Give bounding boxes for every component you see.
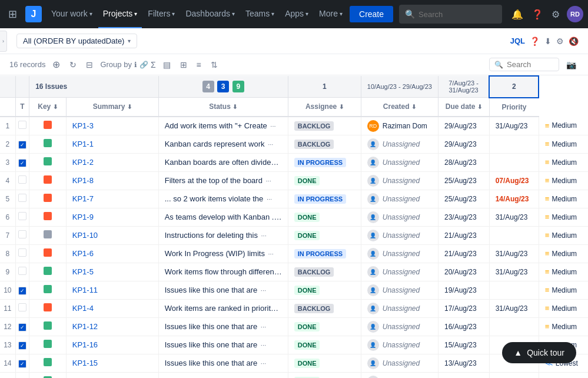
row-duedate-cell[interactable] [489,372,539,378]
row-duedate-cell[interactable]: 31/Aug/23 [489,299,539,317]
row-status-cell[interactable]: DONE [288,317,361,336]
help-button[interactable]: ❓ [528,5,547,24]
issue-key-link[interactable]: KP1-8 [72,176,94,185]
nav-your-work[interactable]: Your work ▾ [46,0,97,28]
row-priority-cell[interactable]: ≡ Medium [539,153,588,171]
avatar[interactable]: RD [567,6,583,22]
row-priority-cell[interactable]: ≡ Medium [539,190,588,208]
more-icon[interactable]: ··· [268,141,273,148]
row-assignee-cell[interactable]: 👤 Unassigned [361,336,438,354]
row-status-cell[interactable]: DONE [288,281,361,299]
notifications-button[interactable]: 🔔 [508,5,527,24]
row-assignee-cell[interactable]: 👤 Unassigned [361,281,438,299]
create-button[interactable]: Create [350,6,393,22]
row-checkbox[interactable] [18,303,26,311]
search-input[interactable] [418,10,496,19]
col-header-duedate[interactable]: Due date ⬇ [438,98,489,117]
row-duedate-cell[interactable] [489,135,539,153]
row-priority-cell[interactable]: ≡ Medium [539,299,588,317]
issue-key-link[interactable]: KP1-4 [72,304,94,313]
row-assignee-cell[interactable]: 👤 Unassigned [361,153,438,171]
more-icon[interactable]: ··· [278,159,284,166]
row-status-cell[interactable]: DONE [288,336,361,354]
row-status-cell[interactable]: BACKLOG [288,135,361,153]
issue-key-link[interactable]: KP1-3 [72,121,94,130]
row-checkbox[interactable]: ✓ [18,159,26,167]
row-status-cell[interactable]: IN PROGRESS [288,153,361,171]
more-icon[interactable]: ··· [266,177,271,184]
issue-key-link[interactable]: KP1-12 [72,322,98,331]
more-icon[interactable]: ··· [268,250,274,257]
sidebar-toggle[interactable]: › [0,31,7,52]
row-checkbox[interactable]: ✓ [18,341,26,350]
row-assignee-cell[interactable]: 👤 Unassigned [361,135,438,153]
filter-button[interactable]: ⊟ [84,59,95,71]
row-duedate-cell[interactable]: 31/Aug/23 [489,117,539,135]
issue-key-link[interactable]: KP1-11 [72,286,98,294]
settings-button[interactable]: ⚙ [548,5,563,24]
more-icon[interactable]: ··· [261,232,267,239]
issue-key-link[interactable]: KP1-5 [72,267,94,276]
row-checkbox[interactable]: ✓ [18,323,26,331]
row-checkbox[interactable]: ✓ [18,287,26,295]
row-priority-cell[interactable]: ≡ Medium [539,281,588,299]
col-header-assignee[interactable]: Assignee ⬇ [288,98,361,117]
row-status-cell[interactable]: IN PROGRESS [288,244,361,263]
row-status-cell[interactable]: DONE [288,208,361,226]
issue-key-link[interactable]: KP1-15 [72,359,98,367]
row-checkbox[interactable] [18,267,26,275]
row-status-cell[interactable]: DONE [288,171,361,190]
row-assignee-cell[interactable]: 👤 Unassigned [361,190,438,208]
issue-key-link[interactable]: KP1-1 [72,140,94,148]
row-duedate-cell[interactable] [489,281,539,299]
sort-button[interactable]: ⇅ [208,59,220,71]
group-by-help[interactable]: ℹ [134,61,137,69]
more-icon[interactable]: ··· [261,287,266,294]
row-assignee-cell[interactable]: 👤 Unassigned [361,317,438,336]
more-icon[interactable]: ··· [267,195,272,203]
row-priority-cell[interactable]: ≡ Medium [539,226,588,244]
snapshot-button[interactable]: 📷 [564,59,579,71]
row-status-cell[interactable]: DONE [288,354,361,372]
nav-teams[interactable]: Teams ▾ [241,0,279,28]
row-duedate-cell[interactable] [489,153,539,171]
column-settings-button[interactable]: ⚙ [556,37,564,46]
add-row-button[interactable]: ⊕ [50,58,62,71]
row-assignee-cell[interactable]: RD Raziman Dom [361,117,438,135]
row-checkbox[interactable] [18,175,26,184]
col-header-status[interactable]: Status ⬇ [158,98,288,117]
row-duedate-cell[interactable] [489,317,539,336]
row-status-cell[interactable]: IN PROGRESS [288,190,361,208]
row-assignee-cell[interactable]: 👤 Unassigned [361,244,438,263]
sum-button[interactable]: Σ [151,60,156,69]
row-priority-cell[interactable]: ≡ Medium [539,135,588,153]
jql-help-button[interactable]: ❓ [530,37,540,46]
app-grid-button[interactable]: ⊞ [5,4,21,24]
row-assignee-cell[interactable]: 👤 Unassigned [361,226,438,244]
more-icon[interactable]: ··· [261,360,266,367]
issue-key-link[interactable]: KP1-2 [72,158,94,167]
issue-key-link[interactable]: KP1-10 [72,231,98,240]
row-checkbox[interactable] [18,194,26,202]
board-view-button[interactable]: ⊞ [178,59,190,71]
list-view-button[interactable]: ▤ [161,59,173,71]
row-duedate-cell[interactable]: 31/Aug/23 [489,208,539,226]
row-duedate-cell[interactable]: 14/Aug/23 [489,190,539,208]
row-duedate-cell[interactable]: 31/Aug/23 [489,244,539,263]
row-checkbox[interactable] [18,248,26,257]
nav-apps[interactable]: Apps ▾ [280,0,313,28]
col-header-key[interactable]: Key ⬇ [29,98,67,117]
issue-key-link[interactable]: KP1-16 [72,340,98,349]
row-assignee-cell[interactable]: 👤 Unassigned [361,354,438,372]
nav-filters[interactable]: Filters ▾ [143,0,180,28]
row-priority-cell[interactable]: ≡ Medium [539,244,588,263]
row-duedate-cell[interactable] [489,226,539,244]
quick-tour-button[interactable]: ▲ Quick tour [502,342,576,363]
more-icon[interactable]: ··· [261,341,266,349]
group-by-link[interactable]: 🔗 [139,61,148,69]
export-button[interactable]: ⬇ [544,37,552,46]
jql-button[interactable]: JQL [510,37,525,45]
row-status-cell[interactable]: DONE [288,226,361,244]
col-header-created[interactable]: Created ⬇ [361,98,438,117]
table-search-input[interactable] [507,60,554,69]
